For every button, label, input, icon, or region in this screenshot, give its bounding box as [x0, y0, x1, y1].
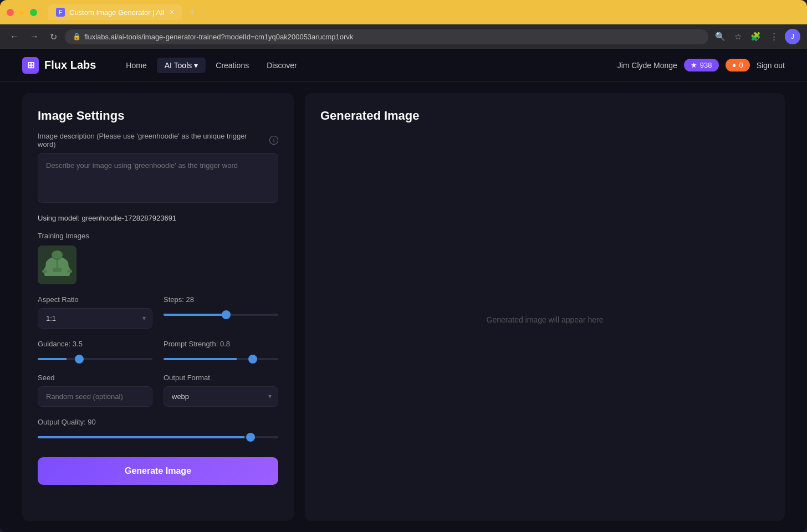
user-name: Jim Clyde Monge — [617, 61, 677, 70]
aspect-ratio-col: Aspect Ratio 1:1 16:9 4:3 3:2 9:16 ▾ — [38, 295, 152, 329]
generate-btn[interactable]: Generate Image — [38, 457, 278, 485]
credit-count-purple: 938 — [700, 61, 712, 69]
steps-slider[interactable] — [164, 314, 278, 316]
tab-close-btn[interactable]: ✕ — [169, 8, 175, 16]
chevron-down-icon: ▾ — [194, 61, 198, 70]
guidance-slider[interactable] — [38, 358, 152, 360]
output-quality-label: Output Quality: 90 — [38, 418, 278, 426]
svg-rect-4 — [42, 270, 47, 273]
prompt-strength-slider-container — [164, 352, 278, 362]
aspect-ratio-label: Aspect Ratio — [38, 295, 152, 304]
output-format-col: Output Format webp png jpg ▾ — [164, 374, 278, 407]
main-content: Image Settings Image description (Please… — [0, 82, 807, 532]
left-panel: Image Settings Image description (Please… — [22, 93, 294, 521]
nav-discover[interactable]: Discover — [259, 58, 304, 73]
output-format-label: Output Format — [164, 374, 278, 382]
back-btn[interactable]: ← — [7, 29, 22, 44]
prompt-label-container: Image description (Please use 'greenhood… — [38, 132, 278, 149]
credit-badge-orange[interactable]: ● 0 — [726, 59, 750, 71]
prompt-strength-col: Prompt Strength: 0.8 — [164, 340, 278, 362]
aspect-ratio-wrapper: 1:1 16:9 4:3 3:2 9:16 ▾ — [38, 308, 152, 329]
minimize-window-btn[interactable] — [18, 9, 25, 16]
active-tab[interactable]: F Custom Image Generator | AIl ✕ — [48, 4, 182, 20]
maximize-window-btn[interactable] — [30, 9, 37, 16]
generated-placeholder: Generated image will appear here — [320, 134, 769, 505]
model-info: Using model: greenhoodie-1728287923691 — [38, 213, 278, 224]
training-label: Training Images — [38, 232, 278, 240]
forward-btn[interactable]: → — [27, 29, 42, 44]
prompt-strength-label: Prompt Strength: 0.8 — [164, 340, 278, 348]
nav-header: ⊞ Flux Labs Home AI Tools ▾ Creations Di… — [0, 49, 807, 82]
credit-badge-purple[interactable]: ★ 938 — [684, 59, 719, 71]
nav-right: Jim Clyde Monge ★ 938 ● 0 Sign out — [617, 59, 785, 71]
steps-col: Steps: 28 — [164, 295, 278, 318]
nav-home[interactable]: Home — [118, 58, 154, 73]
prompt-info-icon[interactable]: i — [269, 136, 278, 145]
logo-icon: ⊞ — [22, 57, 39, 74]
guidance-prompt-row: Guidance: 3.5 Prompt Strength: 0.8 — [38, 340, 278, 362]
bookmark-btn[interactable]: ☆ — [732, 29, 744, 44]
browser-titlebar: F Custom Image Generator | AIl ✕ + — [0, 0, 807, 24]
toolbar-icons: 🔍 ☆ 🧩 ⋮ J — [713, 29, 800, 44]
steps-slider-container — [164, 308, 278, 318]
credit-count-orange: 0 — [739, 61, 743, 69]
aspect-ratio-select[interactable]: 1:1 16:9 4:3 3:2 9:16 — [38, 308, 152, 329]
guidance-slider-container — [38, 352, 152, 362]
training-image-container: Training Images — [38, 232, 278, 284]
app-container: ⊞ Flux Labs Home AI Tools ▾ Creations Di… — [0, 49, 807, 532]
search-btn[interactable]: 🔍 — [713, 29, 728, 44]
browser-toolbar: ← → ↻ 🔒 fluxlabs.ai/ai-tools/image-gener… — [0, 24, 807, 49]
tab-bar: F Custom Image Generator | AIl ✕ + — [48, 4, 800, 20]
lock-icon: 🔒 — [73, 33, 81, 40]
extensions-btn[interactable]: 🧩 — [748, 29, 763, 44]
prompt-strength-slider[interactable] — [164, 358, 278, 360]
output-quality-slider[interactable] — [38, 436, 278, 438]
star-icon: ★ — [691, 61, 697, 69]
nav-links: Home AI Tools ▾ Creations Discover — [118, 58, 617, 73]
training-image — [38, 245, 76, 284]
browser-frame: F Custom Image Generator | AIl ✕ + ← → ↻… — [0, 0, 807, 532]
prompt-textarea[interactable] — [38, 153, 278, 203]
seed-input[interactable] — [38, 386, 152, 407]
address-bar[interactable]: 🔒 fluxlabs.ai/ai-tools/image-generator-t… — [65, 29, 708, 44]
hoodie-image — [40, 248, 74, 282]
url-text: fluxlabs.ai/ai-tools/image-generator-tra… — [84, 33, 353, 41]
tab-title: Custom Image Generator | AIl — [69, 8, 165, 17]
guidance-label: Guidance: 3.5 — [38, 340, 152, 348]
guidance-col: Guidance: 3.5 — [38, 340, 152, 362]
generated-title: Generated Image — [320, 109, 769, 123]
seed-label: Seed — [38, 374, 152, 382]
close-window-btn[interactable] — [7, 9, 14, 16]
profile-avatar[interactable]: J — [785, 29, 800, 44]
svg-rect-2 — [53, 268, 62, 272]
refresh-btn[interactable]: ↻ — [47, 29, 60, 44]
logo[interactable]: ⊞ Flux Labs — [22, 57, 96, 74]
seed-col: Seed — [38, 374, 152, 407]
menu-btn[interactable]: ⋮ — [768, 29, 780, 44]
new-tab-btn[interactable]: + — [185, 4, 200, 20]
prompt-label: Image description (Please use 'greenhood… — [38, 132, 266, 149]
steps-label: Steps: 28 — [164, 295, 278, 304]
output-quality-section: Output Quality: 90 — [38, 418, 278, 441]
logo-text: Flux Labs — [44, 59, 96, 71]
output-format-wrapper: webp png jpg ▾ — [164, 386, 278, 407]
svg-rect-5 — [67, 270, 72, 273]
tab-favicon: F — [56, 8, 65, 17]
aspect-steps-row: Aspect Ratio 1:1 16:9 4:3 3:2 9:16 ▾ — [38, 295, 278, 329]
nav-ai-tools[interactable]: AI Tools ▾ — [157, 58, 206, 73]
dot-icon: ● — [732, 61, 737, 69]
sign-out-btn[interactable]: Sign out — [757, 61, 785, 70]
output-format-select[interactable]: webp png jpg — [164, 386, 278, 407]
panel-title: Image Settings — [38, 109, 278, 123]
seed-format-row: Seed Output Format webp png jpg ▾ — [38, 374, 278, 407]
placeholder-text: Generated image will appear here — [487, 315, 604, 324]
nav-creations[interactable]: Creations — [208, 58, 257, 73]
right-panel: Generated Image Generated image will app… — [305, 93, 785, 521]
